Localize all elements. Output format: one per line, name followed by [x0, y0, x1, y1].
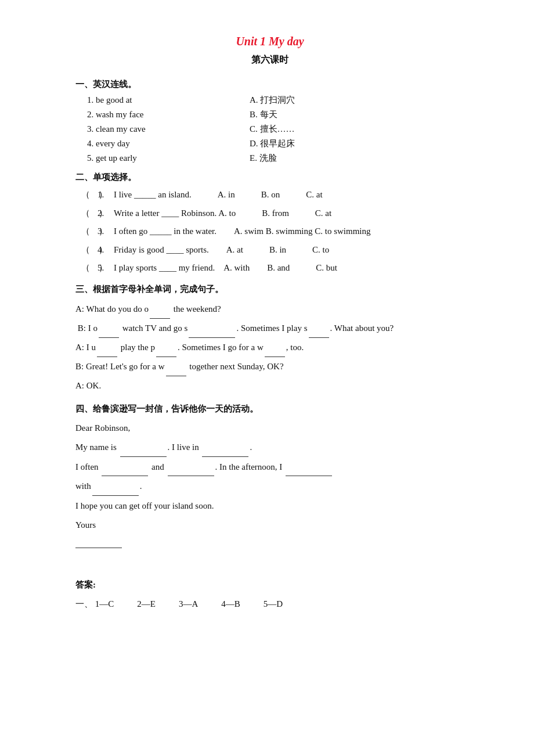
answer-items-1: 1—C 2—E 3—A 4—B 5—D	[95, 595, 283, 613]
blank-4[interactable]	[309, 329, 329, 338]
mc-num-5: 5.	[98, 261, 114, 276]
writing-line-2: I often and . In the afternoon, I	[75, 458, 464, 477]
blank-5[interactable]	[97, 348, 117, 357]
blank-activity1[interactable]	[102, 467, 148, 476]
answer-item-1-1: 1—C	[95, 595, 114, 613]
section-4-title: 四、给鲁滨逊写一封信，告诉他你一天的活动。	[75, 404, 464, 415]
blank-activity2[interactable]	[168, 467, 214, 476]
section-2-title: 二、单项选择。	[75, 172, 464, 183]
answer-item-1-5: 5—D	[264, 595, 283, 613]
mc-item-1: （ ） 1. I live _____ an island. A. in B. …	[81, 188, 464, 203]
blank-7[interactable]	[265, 348, 285, 357]
mc-item-2: （ ） 2. Write a letter ____ Robinson. A. …	[81, 206, 464, 221]
match-item-4: 4. every day D. 很早起床	[87, 138, 464, 149]
answer-label-1: 一、	[75, 599, 93, 609]
blank-6[interactable]	[156, 348, 176, 357]
match-item-3: 3. clean my cave C. 擅长……	[87, 124, 464, 135]
answer-item-1-3: 3—A	[179, 595, 198, 613]
match-left-4: 4. every day	[87, 139, 250, 149]
answer-title: 答案:	[75, 579, 464, 591]
mc-item-4: （ ） 4. Friday is good ____ sports. A. at…	[81, 243, 464, 258]
blank-place[interactable]	[202, 448, 248, 457]
mc-num-3: 3.	[98, 224, 114, 239]
mc-question-1: I live _____ an island. A. in B. on C. a…	[114, 188, 464, 203]
section-1: 一、英汉连线。 1. be good at A. 打扫洞穴 2. wash my…	[75, 79, 464, 164]
match-right-1: A. 打扫洞穴	[250, 95, 295, 106]
page-title: Unit 1 My day	[75, 35, 464, 48]
match-left-1: 1. be good at	[87, 95, 250, 105]
match-left-5: 5. get up early	[87, 153, 250, 163]
mc-list: （ ） 1. I live _____ an island. A. in B. …	[75, 188, 464, 276]
blank-8[interactable]	[166, 367, 186, 376]
mc-num-2: 2.	[98, 206, 114, 221]
mc-paren-1: （ ）	[81, 188, 98, 203]
mc-num-1: 1.	[98, 188, 114, 203]
answer-item-1-4: 4—B	[221, 595, 240, 613]
mc-paren-2: （ ）	[81, 206, 98, 221]
letter-fill-list: A: What do you do o the weekend? B: I o …	[75, 300, 464, 395]
writing-line-4: I hope you can get off your island soon.	[75, 497, 464, 516]
mc-question-4: Friday is good ____ sports. A. at B. in …	[114, 243, 464, 258]
match-left-2: 2. wash my face	[87, 110, 250, 120]
section-3: 三、根据首字母补全单词，完成句子。 A: What do you do o th…	[75, 284, 464, 395]
match-right-5: E. 洗脸	[250, 153, 277, 164]
writing-line-1: My name is . I live in .	[75, 438, 464, 457]
writing-section: Dear Robinson, My name is . I live in . …	[75, 419, 464, 550]
section-4: 四、给鲁滨逊写一封信，告诉他你一天的活动。 Dear Robinson, My …	[75, 404, 464, 550]
mc-item-5: （ ） 5. I play sports ____ my friend. A. …	[81, 261, 464, 276]
mc-paren-3: （ ）	[81, 224, 98, 239]
match-list: 1. be good at A. 打扫洞穴 2. wash my face B.…	[75, 95, 464, 164]
letter-fill-line-1: A: What do you do o the weekend?	[75, 300, 464, 319]
match-item-2: 2. wash my face B. 每天	[87, 109, 464, 120]
mc-paren-5: （ ）	[81, 261, 98, 276]
blank-name[interactable]	[120, 448, 167, 457]
blank-2[interactable]	[99, 329, 119, 338]
match-right-4: D. 很早起床	[250, 138, 295, 149]
match-left-3: 3. clean my cave	[87, 124, 250, 134]
section-3-title: 三、根据首字母补全单词，完成句子。	[75, 284, 464, 295]
writing-line-yours: Yours	[75, 516, 464, 535]
signature-blank[interactable]	[75, 548, 122, 548]
letter-fill-line-3: A: I u play the p. Sometimes I go for a …	[75, 338, 464, 357]
writing-line-salutation: Dear Robinson,	[75, 419, 464, 438]
match-item-5: 5. get up early E. 洗脸	[87, 153, 464, 164]
answer-row-1: 一、 1—C 2—E 3—A 4—B 5—D	[75, 595, 464, 613]
mc-question-3: I often go _____ in the water. A. swim B…	[114, 224, 464, 239]
letter-fill-line-4: B: Great! Let's go for a w together next…	[75, 357, 464, 376]
answer-item-1-2: 2—E	[137, 595, 156, 613]
blank-3[interactable]	[189, 329, 235, 338]
section-2: 二、单项选择。 （ ） 1. I live _____ an island. A…	[75, 172, 464, 276]
answer-section: 答案: 一、 1—C 2—E 3—A 4—B 5—D	[75, 579, 464, 613]
writing-line-3: with.	[75, 477, 464, 496]
letter-fill-line-5: A: OK.	[75, 376, 464, 395]
mc-item-3: （ ） 3. I often go _____ in the water. A.…	[81, 224, 464, 239]
mc-question-2: Write a letter ____ Robinson. A. to B. f…	[114, 206, 464, 221]
blank-afternoon[interactable]	[286, 467, 332, 476]
mc-question-5: I play sports ____ my friend. A. with B.…	[114, 261, 464, 276]
section-1-title: 一、英汉连线。	[75, 79, 464, 90]
blank-1[interactable]	[150, 309, 170, 319]
match-item-1: 1. be good at A. 打扫洞穴	[87, 95, 464, 106]
mc-paren-4: （ ）	[81, 243, 98, 258]
blank-with[interactable]	[92, 487, 139, 496]
match-right-2: B. 每天	[250, 109, 277, 120]
letter-fill-line-2: B: I o watch TV and go s. Sometimes I pl…	[75, 319, 464, 338]
mc-num-4: 4.	[98, 243, 114, 258]
match-right-3: C. 擅长……	[250, 124, 295, 135]
subtitle: 第六课时	[75, 54, 464, 66]
